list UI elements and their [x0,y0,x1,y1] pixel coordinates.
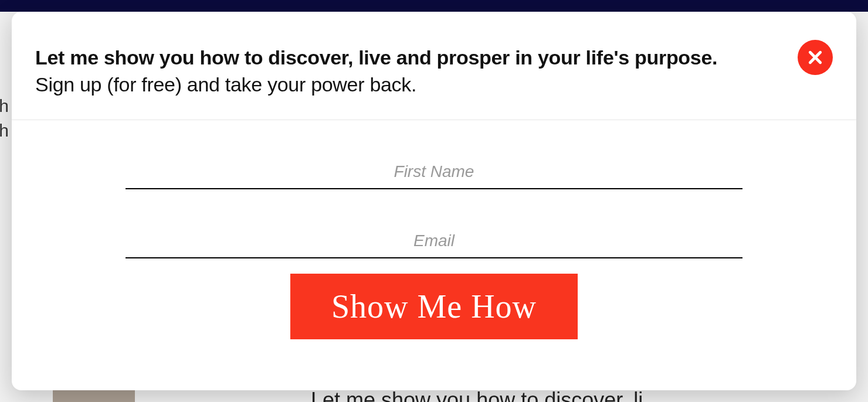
background-partial-text: th th [0,94,9,143]
modal-subheadline: Sign up (for free) and take your power b… [35,71,821,98]
modal-body: Show Me How [12,120,856,363]
background-nav-bar [0,0,868,12]
close-button[interactable] [798,40,833,75]
email-input[interactable] [126,224,742,258]
first-name-input[interactable] [126,155,742,189]
submit-button[interactable]: Show Me How [290,274,578,339]
signup-modal: Let me show you how to discover, live an… [12,12,856,390]
modal-headline: Let me show you how to discover, live an… [35,45,821,71]
modal-header: Let me show you how to discover, live an… [12,12,856,120]
close-icon [808,50,823,65]
